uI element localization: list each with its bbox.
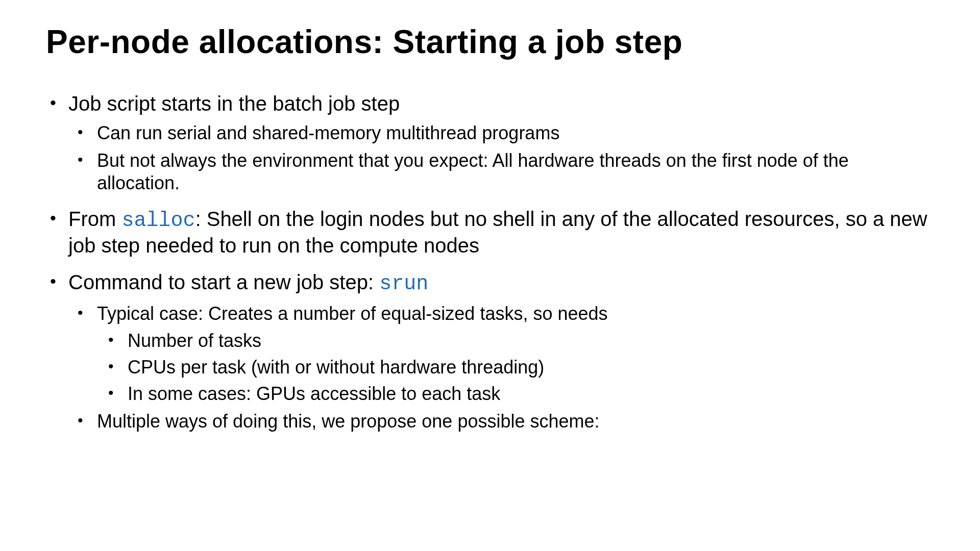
bullet-text: Typical case: Creates a number of equal-… xyxy=(97,303,608,324)
bullet-item: Multiple ways of doing this, we propose … xyxy=(74,410,934,433)
bullet-item: Number of tasks xyxy=(102,330,934,352)
bullet-list-level-3: Number of tasks CPUs per task (with or w… xyxy=(97,330,934,405)
slide-title: Per-node allocations: Starting a job ste… xyxy=(46,22,934,62)
bullet-list-level-2: Typical case: Creates a number of equal-… xyxy=(68,303,934,433)
bullet-item: Command to start a new job step: srun Ty… xyxy=(46,270,934,433)
bullet-text: CPUs per task (with or without hardware … xyxy=(128,357,544,378)
bullet-item: In some cases: GPUs accessible to each t… xyxy=(102,383,934,405)
bullet-list-level-1: Job script starts in the batch job step … xyxy=(46,91,934,433)
bullet-item: Job script starts in the batch job step … xyxy=(46,91,934,194)
bullet-item: Typical case: Creates a number of equal-… xyxy=(74,303,934,406)
bullet-text: Multiple ways of doing this, we propose … xyxy=(97,411,600,432)
bullet-text: Job script starts in the batch job step xyxy=(68,92,400,115)
bullet-item: CPUs per task (with or without hardware … xyxy=(102,356,934,379)
bullet-item: Can run serial and shared-memory multith… xyxy=(74,122,934,144)
bullet-text-prefix: From xyxy=(68,208,121,230)
bullet-text: Can run serial and shared-memory multith… xyxy=(97,122,559,143)
bullet-text: But not always the environment that you … xyxy=(97,150,849,193)
bullet-item: But not always the environment that you … xyxy=(74,149,934,194)
code-salloc: salloc xyxy=(121,209,195,232)
bullet-text: Number of tasks xyxy=(128,330,261,351)
bullet-text: In some cases: GPUs accessible to each t… xyxy=(128,383,500,404)
bullet-text-suffix: : Shell on the login nodes but no shell … xyxy=(68,208,927,257)
bullet-item: From salloc: Shell on the login nodes bu… xyxy=(46,207,934,258)
bullet-text-prefix: Command to start a new job step: xyxy=(68,271,379,293)
bullet-list-level-2: Can run serial and shared-memory multith… xyxy=(68,122,934,194)
slide: Per-node allocations: Starting a job ste… xyxy=(0,0,980,551)
code-srun: srun xyxy=(379,272,428,295)
